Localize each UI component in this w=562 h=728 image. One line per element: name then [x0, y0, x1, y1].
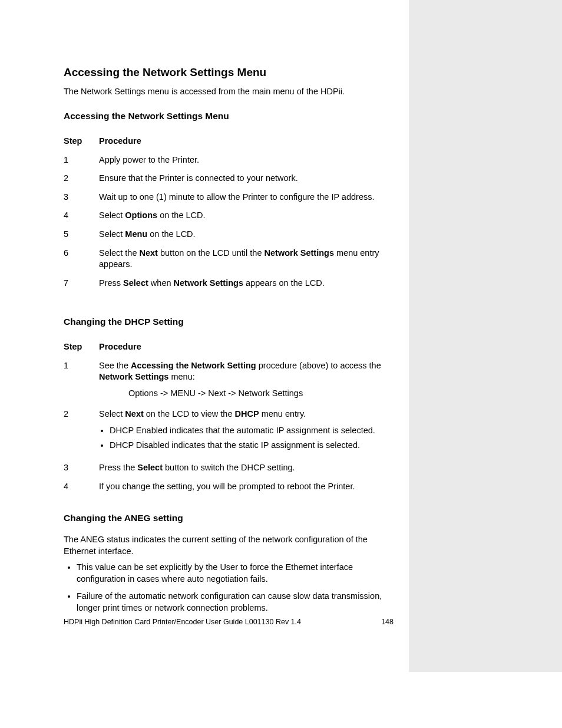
page-margin-shade — [409, 0, 562, 672]
aneg-list: This value can be set explicitly by the … — [77, 562, 394, 614]
list-item: This value can be set explicitly by the … — [77, 562, 394, 585]
document-body: Accessing the Network Settings Menu The … — [64, 65, 394, 620]
step-text: See the Accessing the Network Setting pr… — [99, 357, 394, 406]
step-num: 2 — [64, 169, 99, 188]
step-num: 4 — [64, 206, 99, 225]
table-header-row: Step Procedure — [64, 132, 394, 151]
page-footer: HDPii High Definition Card Printer/Encod… — [64, 618, 394, 626]
aneg-paragraph: The ANEG status indicates the current se… — [64, 534, 394, 557]
step-text: Select the Next button on the LCD until … — [99, 244, 394, 274]
step-num: 5 — [64, 225, 99, 244]
step-num: 1 — [64, 151, 99, 170]
step-text: Select Next on the LCD to view the DHCP … — [99, 405, 394, 459]
list-item: DHCP Disabled indicates that the static … — [110, 440, 391, 452]
step-num: 4 — [64, 477, 99, 496]
step-num: 3 — [64, 188, 99, 207]
step-text: If you change the setting, you will be p… — [99, 477, 394, 496]
table-row: 4 Select Options on the LCD. — [64, 206, 394, 225]
step-text: Wait up to one (1) minute to allow the P… — [99, 188, 394, 207]
intro-paragraph: The Network Settings menu is accessed fr… — [64, 86, 394, 98]
procedure-table-1: Step Procedure 1 Apply power to the Prin… — [64, 132, 394, 292]
step-text: Apply power to the Printer. — [99, 151, 394, 170]
table-row: 2 Ensure that the Printer is connected t… — [64, 169, 394, 188]
step-text: Select Menu on the LCD. — [99, 225, 394, 244]
step-text: Ensure that the Printer is connected to … — [99, 169, 394, 188]
dhcp-list: DHCP Enabled indicates that the automati… — [110, 425, 391, 452]
step-text: Press Select when Network Settings appea… — [99, 274, 394, 293]
col-procedure: Procedure — [99, 132, 394, 151]
footer-left: HDPii High Definition Card Printer/Encod… — [64, 618, 301, 626]
step-text: Select Options on the LCD. — [99, 206, 394, 225]
step-text: Press the Select button to switch the DH… — [99, 459, 394, 477]
menu-path: Options -> MENU -> Next -> Network Setti… — [128, 388, 391, 400]
step-num: 1 — [64, 357, 99, 406]
table-row: 1 See the Accessing the Network Setting … — [64, 357, 394, 406]
step-num: 3 — [64, 459, 99, 477]
table-row: 5 Select Menu on the LCD. — [64, 225, 394, 244]
step-num: 2 — [64, 405, 99, 459]
col-step: Step — [64, 132, 99, 151]
heading-sub-2: Changing the DHCP Setting — [64, 316, 394, 328]
page-number: 148 — [381, 618, 394, 626]
table-row: 6 Select the Next button on the LCD unti… — [64, 244, 394, 274]
col-procedure: Procedure — [99, 338, 394, 357]
table-row: 3 Wait up to one (1) minute to allow the… — [64, 188, 394, 207]
col-step: Step — [64, 338, 99, 357]
table-header-row: Step Procedure — [64, 338, 394, 357]
table-row: 4 If you change the setting, you will be… — [64, 477, 394, 496]
heading-aneg: Changing the ANEG setting — [64, 512, 394, 525]
table-row: 1 Apply power to the Printer. — [64, 151, 394, 170]
step-num: 7 — [64, 274, 99, 293]
table-row: 2 Select Next on the LCD to view the DHC… — [64, 405, 394, 459]
heading-main: Accessing the Network Settings Menu — [64, 65, 394, 80]
procedure-table-2: Step Procedure 1 See the Accessing the N… — [64, 338, 394, 496]
step-num: 6 — [64, 244, 99, 274]
list-item: Failure of the automatic network configu… — [77, 591, 394, 614]
table-row: 3 Press the Select button to switch the … — [64, 459, 394, 477]
list-item: DHCP Enabled indicates that the automati… — [110, 425, 391, 437]
heading-sub-1: Accessing the Network Settings Menu — [64, 110, 394, 123]
table-row: 7 Press Select when Network Settings app… — [64, 274, 394, 293]
